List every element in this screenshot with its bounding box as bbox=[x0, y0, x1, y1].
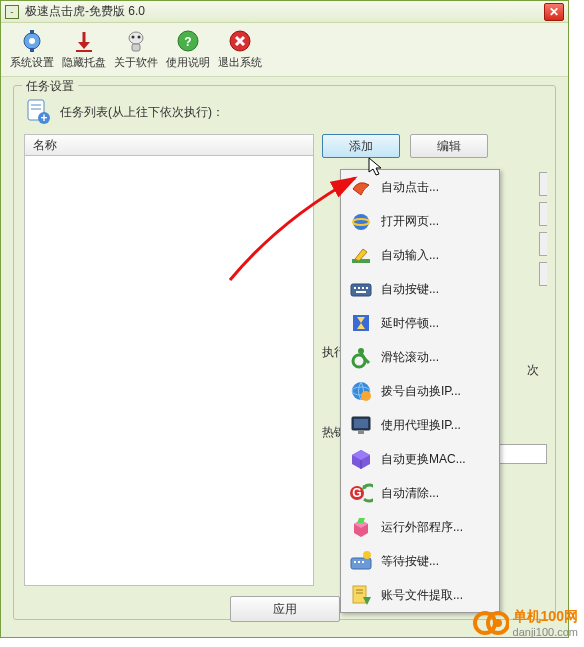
svg-rect-27 bbox=[358, 287, 360, 289]
menu-dial-ip[interactable]: 拨号自动换IP... bbox=[341, 374, 499, 408]
keyboard-icon bbox=[349, 277, 373, 301]
svg-rect-50 bbox=[351, 558, 371, 569]
toolbar-about[interactable]: 关于软件 bbox=[111, 27, 161, 72]
menu-scroll[interactable]: 滑轮滚动... bbox=[341, 340, 499, 374]
svg-point-8 bbox=[132, 36, 135, 39]
svg-rect-28 bbox=[362, 287, 364, 289]
svg-rect-2 bbox=[30, 30, 34, 34]
svg-point-7 bbox=[129, 32, 143, 44]
watermark: 单机100网 danji100.com bbox=[473, 605, 578, 641]
toolbar-label: 退出系统 bbox=[218, 55, 262, 70]
task-header-text: 任务列表(从上往下依次执行)： bbox=[60, 104, 224, 121]
side-button-stub[interactable] bbox=[539, 262, 547, 286]
svg-rect-53 bbox=[362, 561, 364, 563]
window-title: 极速点击虎-免费版 6.0 bbox=[25, 3, 544, 20]
list-body[interactable] bbox=[24, 156, 314, 586]
toolbar-exit[interactable]: 退出系统 bbox=[215, 27, 265, 72]
hotkey-input-stub[interactable] bbox=[497, 444, 547, 464]
toolbar-settings[interactable]: 系统设置 bbox=[7, 27, 57, 72]
monitor-icon bbox=[349, 413, 373, 437]
svg-text:?: ? bbox=[184, 35, 191, 49]
svg-rect-51 bbox=[354, 561, 356, 563]
add-button[interactable]: 添加 bbox=[322, 134, 400, 158]
svg-rect-3 bbox=[30, 48, 34, 52]
fieldset-legend: 任务设置 bbox=[22, 78, 78, 95]
svg-point-37 bbox=[361, 391, 371, 401]
toolbar-help[interactable]: ? 使用说明 bbox=[163, 27, 213, 72]
side-button-stub[interactable] bbox=[539, 232, 547, 256]
watermark-sub: danji100.com bbox=[513, 626, 578, 638]
toolbar: 系统设置 隐藏托盘 关于软件 ? 使用说明 退出系统 bbox=[1, 23, 568, 77]
toolbar-label: 隐藏托盘 bbox=[62, 55, 106, 70]
watermark-text: 单机100网 bbox=[513, 608, 578, 626]
edit-button[interactable]: 编辑 bbox=[410, 134, 488, 158]
list-column-name[interactable]: 名称 bbox=[24, 134, 314, 156]
svg-rect-29 bbox=[366, 287, 368, 289]
toolbar-label: 关于软件 bbox=[114, 55, 158, 70]
svg-rect-55 bbox=[353, 586, 366, 603]
watermark-logo-icon bbox=[473, 605, 509, 641]
help-icon: ? bbox=[176, 29, 200, 53]
menu-auto-clear[interactable]: G自动清除... bbox=[341, 476, 499, 510]
toolbar-hide-tray[interactable]: 隐藏托盘 bbox=[59, 27, 109, 72]
menu-wait-key[interactable]: 等待按键... bbox=[341, 544, 499, 578]
menu-open-webpage[interactable]: 打开网页... bbox=[341, 204, 499, 238]
svg-rect-10 bbox=[132, 44, 140, 51]
svg-text:G: G bbox=[352, 486, 361, 500]
menu-proxy-ip[interactable]: 使用代理换IP... bbox=[341, 408, 499, 442]
exit-icon bbox=[228, 29, 252, 53]
click-icon bbox=[349, 175, 373, 199]
apply-button[interactable]: 应用 bbox=[230, 596, 340, 622]
hourglass-icon bbox=[349, 311, 373, 335]
recycle-icon: G bbox=[349, 481, 373, 505]
gear-icon bbox=[20, 29, 44, 53]
box-icon bbox=[349, 515, 373, 539]
svg-rect-26 bbox=[354, 287, 356, 289]
wheelchair-icon bbox=[349, 345, 373, 369]
ie-icon bbox=[349, 209, 373, 233]
add-dropdown-menu: 自动点击... 打开网页... 自动输入... 自动按键... 延时停顿... … bbox=[340, 169, 500, 613]
menu-run-external[interactable]: 运行外部程序... bbox=[341, 510, 499, 544]
times-label: 次 bbox=[527, 362, 539, 379]
svg-point-54 bbox=[363, 551, 371, 559]
pencil-icon bbox=[349, 243, 373, 267]
menu-change-mac[interactable]: 自动更换MAC... bbox=[341, 442, 499, 476]
menu-delay[interactable]: 延时停顿... bbox=[341, 306, 499, 340]
svg-marker-5 bbox=[78, 42, 90, 49]
svg-point-63 bbox=[494, 619, 502, 627]
svg-rect-39 bbox=[354, 419, 368, 428]
svg-point-21 bbox=[353, 214, 369, 230]
cube-icon bbox=[349, 447, 373, 471]
task-list: 名称 bbox=[24, 134, 314, 586]
svg-text:+: + bbox=[40, 111, 47, 125]
toolbar-label: 系统设置 bbox=[10, 55, 54, 70]
app-icon: - bbox=[5, 5, 19, 19]
menu-auto-keypress[interactable]: 自动按键... bbox=[341, 272, 499, 306]
download-icon bbox=[72, 29, 96, 53]
menu-auto-click[interactable]: 自动点击... bbox=[341, 170, 499, 204]
file-extract-icon bbox=[349, 583, 373, 607]
svg-point-1 bbox=[29, 38, 35, 44]
menu-auto-input[interactable]: 自动输入... bbox=[341, 238, 499, 272]
keyboard-wait-icon bbox=[349, 549, 373, 573]
svg-rect-30 bbox=[356, 291, 366, 293]
side-button-stub[interactable] bbox=[539, 172, 547, 196]
svg-rect-25 bbox=[351, 284, 371, 296]
task-header: + 任务列表(从上往下依次执行)： bbox=[24, 98, 545, 126]
svg-rect-52 bbox=[358, 561, 360, 563]
side-button-stub[interactable] bbox=[539, 202, 547, 226]
document-icon: + bbox=[24, 98, 52, 126]
robot-icon bbox=[124, 29, 148, 53]
globe-icon bbox=[349, 379, 373, 403]
titlebar[interactable]: - 极速点击虎-免费版 6.0 ✕ bbox=[1, 1, 568, 23]
svg-rect-23 bbox=[352, 259, 370, 263]
toolbar-label: 使用说明 bbox=[166, 55, 210, 70]
svg-rect-40 bbox=[358, 431, 364, 434]
svg-point-9 bbox=[138, 36, 141, 39]
close-button[interactable]: ✕ bbox=[544, 3, 564, 21]
